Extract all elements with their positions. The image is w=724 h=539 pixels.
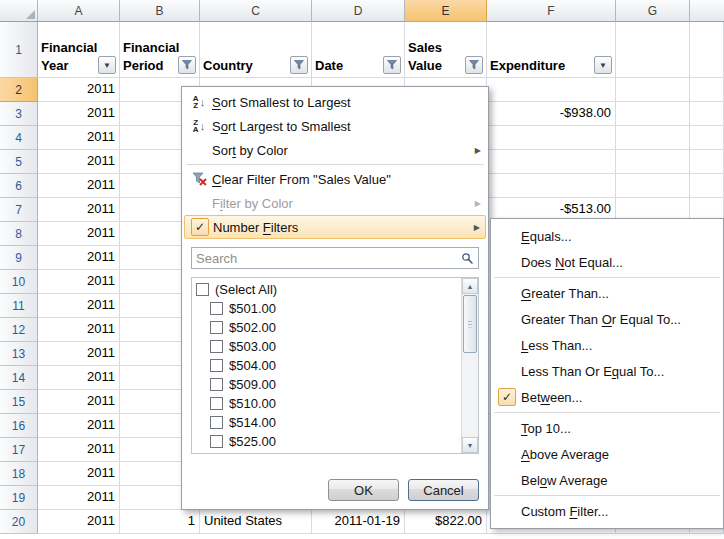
row-header-6[interactable]: 6	[0, 174, 38, 198]
list-item[interactable]: $510.00	[192, 394, 461, 413]
row-header-19[interactable]: 19	[0, 486, 38, 510]
cell-G4[interactable]	[616, 126, 690, 150]
column-header-a[interactable]: A	[38, 0, 120, 22]
menu-item-clear-filter[interactable]: Clear Filter From "Sales Value"	[184, 167, 486, 191]
list-item[interactable]: $503.00	[192, 337, 461, 356]
cell-A14[interactable]: 2011	[38, 366, 120, 390]
cell-A6[interactable]: 2011	[38, 174, 120, 198]
filter-button-d[interactable]	[383, 56, 401, 74]
column-header-g[interactable]: G	[616, 0, 690, 22]
cell-A9[interactable]: 2011	[38, 246, 120, 270]
list-item[interactable]: $514.00	[192, 413, 461, 432]
cell-A15[interactable]: 2011	[38, 390, 120, 414]
filter-button-b[interactable]	[178, 56, 196, 74]
scrollbar[interactable]: ▲ ▼	[461, 278, 478, 453]
row-header-2[interactable]: 2	[0, 78, 38, 102]
row-header-13[interactable]: 13	[0, 342, 38, 366]
cell-G5[interactable]	[616, 150, 690, 174]
menu-item-sort-largest-to-smallest[interactable]: ZA↓Sort Largest to Smallest	[184, 114, 486, 138]
checkbox[interactable]	[210, 378, 223, 391]
checkbox[interactable]	[210, 321, 223, 334]
row-header-14[interactable]: 14	[0, 366, 38, 390]
row-header-17[interactable]: 17	[0, 438, 38, 462]
row-header-4[interactable]: 4	[0, 126, 38, 150]
menu-item-number-filters[interactable]: ✓Number Filters▶	[184, 215, 486, 239]
row-header-8[interactable]: 8	[0, 222, 38, 246]
cell-G3[interactable]	[616, 102, 690, 126]
cell-G1[interactable]	[616, 22, 690, 78]
header-cell-expenditure[interactable]: Expenditure ▼	[487, 22, 616, 78]
cell-A16[interactable]: 2011	[38, 414, 120, 438]
menu-item-custom-filter[interactable]: Custom Filter...	[491, 498, 723, 524]
select-all-corner[interactable]	[0, 0, 38, 22]
row-header-5[interactable]: 5	[0, 150, 38, 174]
scroll-down-button[interactable]: ▼	[462, 437, 478, 453]
column-header-e[interactable]: E	[405, 0, 487, 22]
filter-button-a[interactable]: ▼	[98, 56, 116, 74]
list-item[interactable]: $525.00	[192, 432, 461, 451]
menu-item-above-average[interactable]: Above Average	[491, 441, 723, 467]
menu-item-sort-by-color[interactable]: Sort by Color▶	[184, 138, 486, 162]
menu-item-less-than-or-equal-to[interactable]: Less Than Or Equal To...	[491, 358, 723, 384]
cancel-button[interactable]: Cancel	[408, 479, 479, 501]
menu-item-greater-than[interactable]: Greater Than...	[491, 280, 723, 306]
menu-item-between[interactable]: ✓Between...	[491, 384, 723, 410]
header-cell-financial-period[interactable]: Financial Period	[120, 22, 200, 78]
row-header-20[interactable]: 20	[0, 510, 38, 534]
menu-item-top-10[interactable]: Top 10...	[491, 415, 723, 441]
row-header-18[interactable]: 18	[0, 462, 38, 486]
cell-A4[interactable]: 2011	[38, 126, 120, 150]
checkbox[interactable]	[210, 416, 223, 429]
column-header-d[interactable]: D	[312, 0, 405, 22]
menu-item-less-than[interactable]: Less Than...	[491, 332, 723, 358]
cell-B20[interactable]: 1	[120, 510, 200, 534]
header-cell-country[interactable]: Country	[200, 22, 312, 78]
cell-A18[interactable]: 2011	[38, 462, 120, 486]
cell-A19[interactable]: 2011	[38, 486, 120, 510]
menu-item-greater-than-or-equal-to[interactable]: Greater Than Or Equal To...	[491, 306, 723, 332]
row-header-9[interactable]: 9	[0, 246, 38, 270]
header-cell-date[interactable]: Date	[312, 22, 405, 78]
cell-F2[interactable]	[487, 78, 616, 102]
cell-A5[interactable]: 2011	[38, 150, 120, 174]
ok-button[interactable]: OK	[328, 479, 399, 501]
header-cell-financial-year[interactable]: Financial Year ▼	[38, 22, 120, 78]
filter-button-e[interactable]	[465, 56, 483, 74]
checkbox[interactable]	[210, 359, 223, 372]
cell-A8[interactable]: 2011	[38, 222, 120, 246]
row-header-10[interactable]: 10	[0, 270, 38, 294]
cell-A13[interactable]: 2011	[38, 342, 120, 366]
list-item[interactable]: $501.00	[192, 299, 461, 318]
row-header-15[interactable]: 15	[0, 390, 38, 414]
search-icon[interactable]	[456, 252, 478, 264]
cell-A12[interactable]: 2011	[38, 318, 120, 342]
column-header-f[interactable]: F	[487, 0, 616, 22]
checkbox[interactable]	[196, 283, 209, 296]
row-header-16[interactable]: 16	[0, 414, 38, 438]
cell-A7[interactable]: 2011	[38, 198, 120, 222]
filter-button-c[interactable]	[290, 56, 308, 74]
menu-item-sort-smallest-to-largest[interactable]: AZ↓Sort Smallest to Largest	[184, 90, 486, 114]
cell-F5[interactable]	[487, 150, 616, 174]
row-header-3[interactable]: 3	[0, 102, 38, 126]
cell-F6[interactable]	[487, 174, 616, 198]
column-header-c[interactable]: C	[200, 0, 312, 22]
cell-E20[interactable]: $822.00	[405, 510, 487, 534]
row-header-11[interactable]: 11	[0, 294, 38, 318]
checkbox[interactable]	[210, 397, 223, 410]
row-header-1[interactable]: 1	[0, 22, 38, 78]
menu-item-does-not-equal[interactable]: Does Not Equal...	[491, 249, 723, 275]
search-input[interactable]	[192, 251, 456, 266]
checkbox[interactable]	[210, 435, 223, 448]
checkbox[interactable]	[210, 340, 223, 353]
list-item[interactable]: $509.00	[192, 375, 461, 394]
cell-A3[interactable]: 2011	[38, 102, 120, 126]
cell-F3[interactable]: -$938.00	[487, 102, 616, 126]
cell-D20[interactable]: 2011-01-19	[312, 510, 405, 534]
cell-G6[interactable]	[616, 174, 690, 198]
scroll-thumb[interactable]	[463, 295, 477, 353]
column-header-b[interactable]: B	[120, 0, 200, 22]
list-item[interactable]: $504.00	[192, 356, 461, 375]
menu-item-below-average[interactable]: Below Average	[491, 467, 723, 493]
checkbox[interactable]	[210, 302, 223, 315]
